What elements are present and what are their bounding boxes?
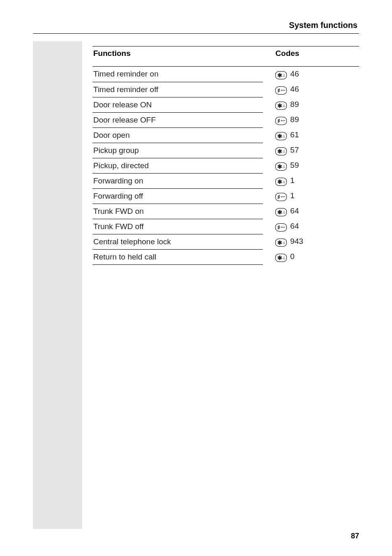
hash-key-icon: ♯⟵ xyxy=(275,86,287,95)
table-row: Forwarding on✱△1 xyxy=(92,173,359,188)
code-value: 89 xyxy=(290,115,299,124)
table-row: Return to held call✱△0 xyxy=(92,249,359,264)
code-cell: ✱△61 xyxy=(263,127,359,143)
code-cell: ♯⟵46 xyxy=(263,82,359,97)
table-row: Trunk FWD on✱△64 xyxy=(92,204,359,219)
code-cell: ♯⟵1 xyxy=(263,188,359,204)
table-row: Central telephone lock✱△943 xyxy=(92,234,359,249)
sidebar-shade xyxy=(33,41,82,529)
code-value: 59 xyxy=(290,161,299,170)
function-cell: Pickup, directed xyxy=(92,158,263,173)
hash-key-icon: ♯⟵ xyxy=(275,223,287,232)
table-row: Timed reminder on✱△46 xyxy=(92,67,359,82)
code-value: 61 xyxy=(290,130,299,139)
function-cell: Door release OFF xyxy=(92,112,263,127)
code-value: 46 xyxy=(290,70,299,79)
code-cell: ✱△89 xyxy=(263,97,359,112)
code-value: 64 xyxy=(290,222,299,231)
code-cell: ✱△0 xyxy=(263,249,359,264)
function-cell: Forwarding on xyxy=(92,173,263,188)
page-header: System functions xyxy=(33,21,359,34)
code-cell: ✱△1 xyxy=(263,173,359,188)
star-key-icon: ✱△ xyxy=(275,147,287,155)
table-row: Door open✱△61 xyxy=(92,127,359,143)
code-cell: ✱△64 xyxy=(263,204,359,219)
table-row: Door release OFF♯⟵89 xyxy=(92,112,359,127)
function-cell: Pickup group xyxy=(92,143,263,158)
hash-key-icon: ♯⟵ xyxy=(275,193,287,201)
star-key-icon: ✱△ xyxy=(275,162,287,171)
codes-table: Functions Codes Timed reminder on✱△46Tim… xyxy=(92,46,359,265)
page: System functions Functions Codes Timed r… xyxy=(0,0,392,556)
function-cell: Timed reminder off xyxy=(92,82,263,97)
code-value: 89 xyxy=(290,100,299,109)
star-key-icon: ✱△ xyxy=(275,208,287,216)
table-row: Timed reminder off♯⟵46 xyxy=(92,82,359,97)
function-cell: Trunk FWD off xyxy=(92,219,263,234)
code-cell: ✱△57 xyxy=(263,143,359,158)
page-number: 87 xyxy=(351,532,359,540)
function-cell: Trunk FWD on xyxy=(92,204,263,219)
function-cell: Return to held call xyxy=(92,249,263,264)
header-codes: Codes xyxy=(263,46,359,67)
star-key-icon: ✱△ xyxy=(275,102,287,110)
function-cell: Door open xyxy=(92,127,263,143)
table-row: Trunk FWD off♯⟵64 xyxy=(92,219,359,234)
code-cell: ✱△943 xyxy=(263,234,359,249)
code-cell: ♯⟵89 xyxy=(263,112,359,127)
table-row: Forwarding off♯⟵1 xyxy=(92,188,359,204)
star-key-icon: ✱△ xyxy=(275,71,287,79)
table-row: Pickup group✱△57 xyxy=(92,143,359,158)
code-value: 943 xyxy=(290,237,303,246)
code-cell: ✱△59 xyxy=(263,158,359,173)
star-key-icon: ✱△ xyxy=(275,254,287,262)
code-value: 46 xyxy=(290,85,299,94)
code-value: 0 xyxy=(290,252,295,261)
function-cell: Central telephone lock xyxy=(92,234,263,249)
star-key-icon: ✱△ xyxy=(275,239,287,247)
function-cell: Door release ON xyxy=(92,97,263,112)
code-cell: ♯⟵64 xyxy=(263,219,359,234)
star-key-icon: ✱△ xyxy=(275,132,287,140)
code-value: 1 xyxy=(290,191,295,200)
function-cell: Timed reminder on xyxy=(92,67,263,82)
header-divider xyxy=(33,33,359,34)
table-header-row: Functions Codes xyxy=(92,46,359,67)
code-value: 64 xyxy=(290,206,299,215)
function-cell: Forwarding off xyxy=(92,188,263,204)
content-area: Functions Codes Timed reminder on✱△46Tim… xyxy=(92,46,359,265)
code-value: 57 xyxy=(290,146,299,155)
header-functions: Functions xyxy=(92,46,263,67)
code-value: 1 xyxy=(290,176,295,185)
table-row: Door release ON✱△89 xyxy=(92,97,359,112)
table-row: Pickup, directed✱△59 xyxy=(92,158,359,173)
section-title: System functions xyxy=(33,21,359,30)
code-cell: ✱△46 xyxy=(263,67,359,82)
star-key-icon: ✱△ xyxy=(275,178,287,186)
hash-key-icon: ♯⟵ xyxy=(275,117,287,125)
